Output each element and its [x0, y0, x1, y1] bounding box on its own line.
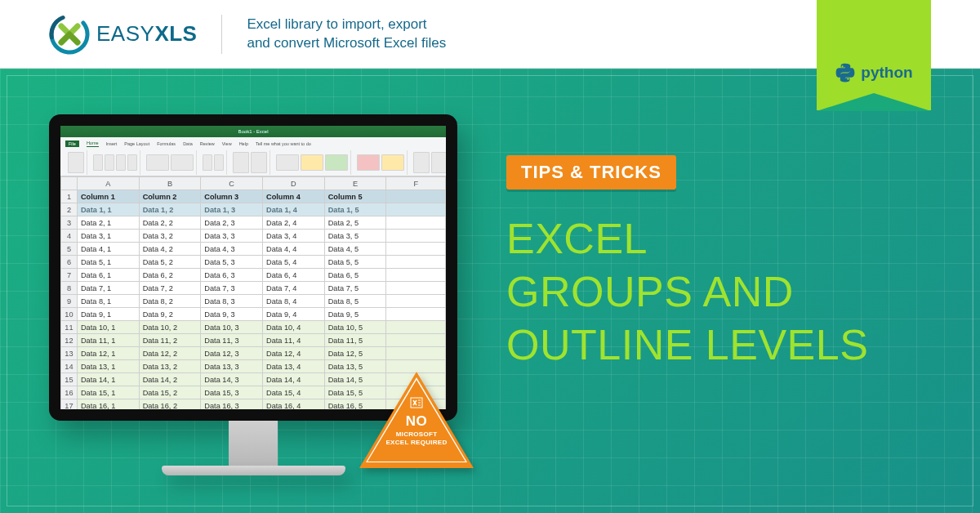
row-number: 5: [61, 243, 78, 256]
empty-cell: [386, 334, 446, 347]
row-number: 6: [61, 256, 78, 269]
column-header: Column 5: [324, 190, 386, 203]
data-cell: Data 2, 5: [324, 216, 386, 230]
data-cell: Data 11, 5: [324, 334, 386, 347]
data-cell: Data 3, 1: [77, 230, 139, 243]
row-number: 7: [61, 269, 78, 282]
row-number: 9: [61, 295, 78, 308]
tagline-line1: Excel library to import, export: [247, 16, 446, 34]
empty-cell: [386, 269, 446, 282]
monitor-neck: [229, 421, 278, 466]
data-cell: Data 9, 5: [324, 308, 386, 321]
empty-cell: [386, 321, 446, 334]
data-cell: Data 16, 1: [77, 399, 139, 410]
data-cell: Data 4, 4: [263, 243, 325, 256]
data-cell: Data 11, 1: [77, 334, 139, 347]
row-number: 3: [61, 216, 78, 230]
python-icon: [835, 62, 856, 83]
data-cell: Data 7, 5: [324, 282, 386, 295]
column-header: Column 4: [263, 190, 325, 203]
col-letter: C: [201, 177, 263, 190]
logo-text-light: EASY: [96, 21, 154, 46]
excel-tab: Tell me what you want to do: [256, 141, 311, 146]
data-cell: Data 6, 4: [263, 269, 325, 282]
excel-tab: Home: [87, 141, 99, 147]
warning-line1: MICROSOFT: [369, 430, 464, 438]
warning-no: NO: [369, 413, 464, 430]
data-cell: Data 16, 2: [139, 399, 201, 410]
data-cell: Data 8, 4: [263, 295, 325, 308]
empty-cell: [386, 243, 446, 256]
excel-title: Book1 - Excel: [238, 129, 268, 134]
data-cell: Data 9, 4: [263, 308, 325, 321]
data-cell: Data 15, 2: [139, 386, 201, 399]
data-cell: Data 16, 3: [201, 399, 263, 410]
data-cell: Data 10, 3: [201, 321, 263, 334]
col-letter: B: [139, 177, 201, 190]
excel-ribbon-icons: [60, 149, 446, 176]
data-cell: Data 1, 3: [201, 203, 263, 216]
data-cell: Data 8, 5: [324, 295, 386, 308]
col-letter: F: [386, 177, 446, 190]
data-cell: Data 7, 2: [139, 282, 201, 295]
data-cell: Data 12, 5: [324, 347, 386, 360]
monitor-base: [162, 466, 345, 475]
row-number: 11: [61, 321, 78, 334]
data-cell: Data 2, 4: [263, 216, 325, 230]
logo-text-bold: XLS: [154, 21, 197, 46]
excel-x-icon: [369, 396, 464, 412]
row-number: 15: [61, 373, 78, 386]
language-ribbon: python: [817, 0, 931, 110]
data-cell: Data 14, 1: [77, 373, 139, 386]
data-cell: Data 5, 3: [201, 256, 263, 269]
data-cell: Data 12, 4: [263, 347, 325, 360]
data-cell: Data 4, 3: [201, 243, 263, 256]
excel-tab: Insert: [106, 141, 118, 146]
data-cell: Data 6, 3: [201, 269, 263, 282]
data-cell: Data 1, 5: [324, 203, 386, 216]
warning-line2: EXCEL REQUIRED: [369, 439, 464, 446]
column-header: Column 3: [201, 190, 263, 203]
data-cell: Data 3, 4: [263, 230, 325, 243]
row-number: 17: [61, 399, 78, 410]
data-cell: Data 11, 2: [139, 334, 201, 347]
data-cell: Data 6, 2: [139, 269, 201, 282]
column-header: Column 2: [139, 190, 201, 203]
empty-cell: [386, 216, 446, 230]
excel-menu-tabs: FileHomeInsertPage LayoutFormulasDataRev…: [60, 137, 446, 149]
empty-cell: [386, 295, 446, 308]
col-letter: A: [77, 177, 139, 190]
data-cell: Data 15, 1: [77, 386, 139, 399]
excel-screenshot: Book1 - Excel FileHomeInsertPage LayoutF…: [60, 126, 446, 409]
col-letter: [61, 177, 78, 190]
data-cell: Data 6, 1: [77, 269, 139, 282]
empty-cell: [386, 308, 446, 321]
data-cell: Data 14, 2: [139, 373, 201, 386]
excel-tab: Formulas: [157, 141, 176, 146]
data-cell: Data 2, 3: [201, 216, 263, 230]
logo-mark-icon: [49, 14, 90, 55]
empty-cell: [386, 347, 446, 360]
excel-ribbon: FileHomeInsertPage LayoutFormulasDataRev…: [60, 137, 446, 176]
data-cell: Data 3, 5: [324, 230, 386, 243]
logo-text: EASYXLS: [96, 21, 197, 47]
data-cell: Data 14, 3: [201, 373, 263, 386]
title-line3: OUTLINE LEVELS: [506, 319, 868, 372]
main-title: EXCEL GROUPS AND OUTLINE LEVELS: [506, 212, 868, 372]
data-cell: Data 7, 4: [263, 282, 325, 295]
excel-titlebar: Book1 - Excel: [60, 126, 446, 137]
data-cell: Data 2, 1: [77, 216, 139, 230]
excel-tab: File: [65, 141, 79, 147]
data-cell: Data 5, 1: [77, 256, 139, 269]
data-cell: Data 10, 5: [324, 321, 386, 334]
data-cell: Data 11, 3: [201, 334, 263, 347]
title-line1: EXCEL: [506, 212, 868, 265]
data-cell: Data 7, 3: [201, 282, 263, 295]
data-cell: Data 4, 2: [139, 243, 201, 256]
row-number: 12: [61, 334, 78, 347]
data-cell: Data 16, 4: [263, 399, 325, 410]
row-number: 4: [61, 230, 78, 243]
logo: EASYXLS: [49, 14, 197, 55]
data-cell: Data 11, 4: [263, 334, 325, 347]
data-cell: Data 3, 3: [201, 230, 263, 243]
